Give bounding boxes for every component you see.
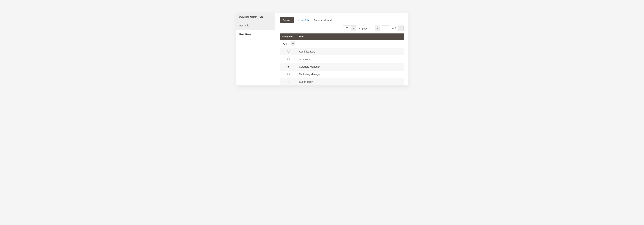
roles-grid: Assigned Role xyxy=(280,34,404,85)
col-header-assigned[interactable]: Assigned xyxy=(280,34,297,40)
sidebar-item-user-info[interactable]: User Info xyxy=(236,21,276,30)
assigned-filter-input[interactable] xyxy=(282,41,291,46)
role-cell: Marketing Manager xyxy=(297,71,404,78)
reset-filter-link[interactable]: Reset Filter xyxy=(298,19,310,22)
per-page-control: per page xyxy=(343,26,373,31)
col-header-role[interactable]: Role xyxy=(297,34,404,40)
chevron-right-icon xyxy=(400,27,402,29)
role-filter-input[interactable] xyxy=(299,41,402,46)
user-edit-panel: USER INFORMATION User Info User Role Sea… xyxy=(236,13,408,85)
caret-down-icon xyxy=(353,28,354,29)
assign-radio[interactable] xyxy=(287,65,290,68)
per-page-label: per page xyxy=(358,27,368,30)
page-number-input[interactable] xyxy=(382,26,390,31)
pager-next-button[interactable] xyxy=(398,26,404,31)
table-row[interactable]: Category Manager xyxy=(280,63,404,71)
page-size-input[interactable] xyxy=(343,26,351,31)
pager-toolbar: per page of 1 xyxy=(280,26,404,31)
main-content: Search Reset Filter 5 records found per … xyxy=(276,13,408,85)
assign-radio[interactable] xyxy=(287,50,290,53)
table-row[interactable]: Super-admin xyxy=(280,78,404,86)
pager-of-label: of 1 xyxy=(392,27,396,30)
grid-toolbar: Search Reset Filter 5 records found xyxy=(280,17,404,23)
pager-prev-button[interactable] xyxy=(375,26,380,31)
role-cell: Super-admin xyxy=(297,78,404,86)
assigned-filter-dropdown-button[interactable] xyxy=(291,41,295,46)
table-row[interactable]: Administrators xyxy=(280,48,404,55)
chevron-left-icon xyxy=(377,27,378,29)
assign-radio[interactable] xyxy=(287,80,290,83)
search-button[interactable]: Search xyxy=(280,17,294,23)
records-found-label: 5 records found xyxy=(314,19,332,22)
filter-row xyxy=(280,40,404,48)
sidebar-header: USER INFORMATION xyxy=(236,13,276,21)
table-row[interactable]: demouser xyxy=(280,55,404,63)
assign-radio[interactable] xyxy=(287,73,290,75)
page-size-dropdown-button[interactable] xyxy=(351,26,356,31)
role-cell: demouser xyxy=(297,55,404,63)
role-cell: Administrators xyxy=(297,48,404,55)
sidebar-item-user-role[interactable]: User Role xyxy=(236,30,276,39)
role-cell: Category Manager xyxy=(297,63,404,71)
caret-down-icon xyxy=(292,43,294,44)
sidebar: USER INFORMATION User Info User Role xyxy=(236,13,276,85)
table-row[interactable]: Marketing Manager xyxy=(280,71,404,78)
assign-radio[interactable] xyxy=(287,58,290,60)
